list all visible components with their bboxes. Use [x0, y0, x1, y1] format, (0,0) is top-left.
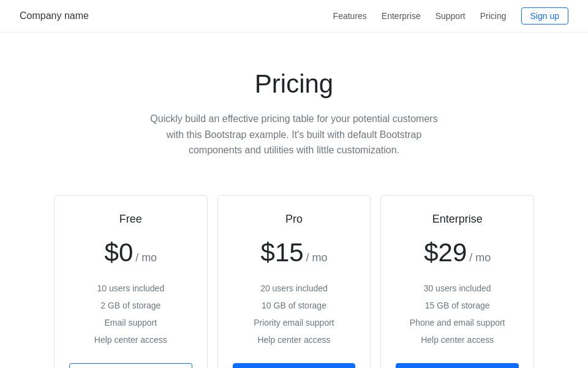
nav-pricing[interactable]: Pricing	[480, 11, 507, 21]
feature-item: 10 GB of storage	[233, 297, 356, 314]
price-period: / mo	[469, 251, 491, 264]
plan-cta-button[interactable]: Contact us	[396, 363, 519, 368]
feature-item: Help center access	[233, 331, 356, 348]
feature-item: Phone and email support	[396, 314, 519, 331]
nav-support[interactable]: Support	[435, 11, 466, 21]
navbar: Company name Features Enterprise Support…	[0, 0, 588, 33]
plan-features: 30 users included15 GB of storagePhone a…	[396, 280, 519, 348]
plan-price: $0 / mo	[69, 238, 192, 267]
price-period: / mo	[306, 251, 327, 264]
hero-description: Quickly build an effective pricing table…	[141, 111, 447, 158]
signup-button[interactable]: Sign up	[521, 7, 568, 25]
hero-section: Pricing Quickly build an effective prici…	[0, 33, 588, 183]
hero-title: Pricing	[12, 69, 576, 99]
feature-item: Help center access	[396, 331, 519, 348]
price-currency: $	[424, 238, 438, 267]
price-amount: 15	[275, 238, 304, 267]
plan-cta-button[interactable]: Get started	[233, 363, 356, 368]
feature-item: Help center access	[69, 331, 192, 348]
nav-links: Features Enterprise Support Pricing Sign…	[333, 7, 568, 25]
plan-cta-button[interactable]: Sign up for free	[69, 363, 192, 368]
feature-item: Priority email support	[233, 314, 356, 331]
price-amount: 29	[439, 238, 467, 267]
pricing-section: Free $0 / mo 10 users included2 GB of st…	[0, 183, 588, 368]
plan-name: Pro	[233, 213, 356, 226]
nav-enterprise[interactable]: Enterprise	[382, 11, 421, 21]
feature-item: 15 GB of storage	[396, 297, 519, 314]
feature-item: 30 users included	[396, 280, 519, 297]
plan-features: 20 users included10 GB of storagePriorit…	[233, 280, 356, 348]
price-period: / mo	[135, 251, 157, 264]
feature-item: Email support	[69, 314, 192, 331]
nav-features[interactable]: Features	[333, 11, 367, 21]
feature-item: 20 users included	[233, 280, 356, 297]
feature-item: 2 GB of storage	[69, 297, 192, 314]
brand-name: Company name	[20, 10, 89, 21]
plan-name: Free	[69, 213, 192, 226]
plan-features: 10 users included2 GB of storageEmail su…	[69, 280, 192, 348]
feature-item: 10 users included	[69, 280, 192, 297]
pricing-card-pro: Pro $15 / mo 20 users included10 GB of s…	[217, 195, 371, 368]
price-currency: $	[261, 238, 275, 267]
plan-name: Enterprise	[396, 213, 519, 226]
price-amount: 0	[119, 238, 133, 267]
plan-price: $15 / mo	[233, 238, 356, 267]
pricing-card-enterprise: Enterprise $29 / mo 30 users included15 …	[380, 195, 534, 368]
plan-price: $29 / mo	[396, 238, 519, 267]
pricing-card-free: Free $0 / mo 10 users included2 GB of st…	[54, 195, 208, 368]
price-currency: $	[105, 238, 119, 267]
